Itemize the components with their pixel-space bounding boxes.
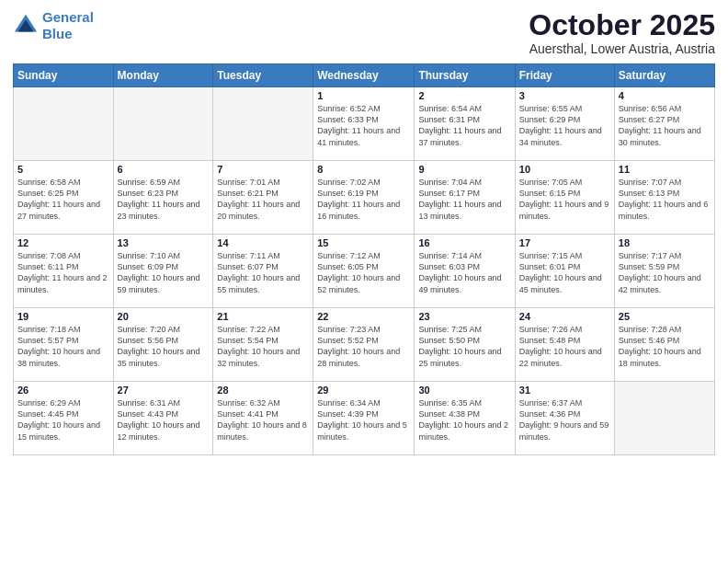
day-number: 17 — [519, 237, 610, 248]
day-info: Sunrise: 7:18 AM Sunset: 5:57 PM Dayligh… — [17, 324, 109, 369]
weekday-header-thursday: Thursday — [415, 64, 515, 87]
weekday-header-wednesday: Wednesday — [313, 64, 415, 87]
calendar-cell: 31Sunrise: 6:37 AM Sunset: 4:36 PM Dayli… — [515, 382, 614, 455]
day-number: 31 — [519, 385, 610, 396]
day-number: 19 — [17, 311, 109, 322]
day-info: Sunrise: 6:31 AM Sunset: 4:43 PM Dayligh… — [118, 397, 210, 442]
calendar-cell: 27Sunrise: 6:31 AM Sunset: 4:43 PM Dayli… — [113, 382, 213, 455]
day-info: Sunrise: 6:32 AM Sunset: 4:41 PM Dayligh… — [217, 397, 309, 442]
day-number: 13 — [118, 237, 210, 248]
day-number: 18 — [619, 237, 711, 248]
calendar-cell: 13Sunrise: 7:10 AM Sunset: 6:09 PM Dayli… — [113, 235, 213, 308]
day-info: Sunrise: 7:28 AM Sunset: 5:46 PM Dayligh… — [619, 324, 711, 369]
day-number: 4 — [619, 90, 711, 101]
day-number: 16 — [418, 237, 510, 248]
calendar-cell: 10Sunrise: 7:05 AM Sunset: 6:15 PM Dayli… — [515, 161, 614, 235]
day-number: 10 — [519, 164, 610, 175]
calendar-cell: 1Sunrise: 6:52 AM Sunset: 6:33 PM Daylig… — [313, 87, 415, 161]
weekday-header-saturday: Saturday — [614, 64, 714, 87]
calendar-cell — [614, 382, 714, 455]
calendar-week-3: 19Sunrise: 7:18 AM Sunset: 5:57 PM Dayli… — [14, 308, 715, 382]
day-number: 5 — [17, 164, 109, 175]
calendar-cell: 11Sunrise: 7:07 AM Sunset: 6:13 PM Dayli… — [614, 161, 714, 235]
logo-general: General — [42, 9, 94, 25]
day-number: 2 — [418, 90, 510, 101]
day-info: Sunrise: 7:22 AM Sunset: 5:54 PM Dayligh… — [217, 324, 309, 369]
day-number: 22 — [317, 311, 410, 322]
calendar-cell: 17Sunrise: 7:15 AM Sunset: 6:01 PM Dayli… — [515, 235, 614, 308]
page: General Blue October 2025 Auersthal, Low… — [0, 0, 728, 563]
calendar-cell: 28Sunrise: 6:32 AM Sunset: 4:41 PM Dayli… — [213, 382, 313, 455]
day-number: 21 — [217, 311, 309, 322]
calendar-cell: 16Sunrise: 7:14 AM Sunset: 6:03 PM Dayli… — [415, 235, 515, 308]
logo-text: General Blue — [42, 9, 94, 42]
day-number: 11 — [619, 164, 711, 175]
calendar-cell: 9Sunrise: 7:04 AM Sunset: 6:17 PM Daylig… — [415, 161, 515, 235]
day-number: 23 — [418, 311, 510, 322]
day-number: 1 — [317, 90, 410, 101]
calendar-cell — [213, 87, 313, 161]
day-info: Sunrise: 6:54 AM Sunset: 6:31 PM Dayligh… — [418, 103, 510, 148]
day-number: 28 — [217, 385, 309, 396]
calendar-week-0: 1Sunrise: 6:52 AM Sunset: 6:33 PM Daylig… — [14, 87, 715, 161]
day-info: Sunrise: 7:15 AM Sunset: 6:01 PM Dayligh… — [519, 250, 610, 295]
calendar-cell: 21Sunrise: 7:22 AM Sunset: 5:54 PM Dayli… — [213, 308, 313, 382]
day-info: Sunrise: 7:17 AM Sunset: 5:59 PM Dayligh… — [619, 250, 711, 295]
day-number: 24 — [519, 311, 610, 322]
day-info: Sunrise: 7:08 AM Sunset: 6:11 PM Dayligh… — [17, 250, 109, 295]
calendar-cell: 22Sunrise: 7:23 AM Sunset: 5:52 PM Dayli… — [313, 308, 415, 382]
calendar-cell: 24Sunrise: 7:26 AM Sunset: 5:48 PM Dayli… — [515, 308, 614, 382]
calendar-cell: 20Sunrise: 7:20 AM Sunset: 5:56 PM Dayli… — [113, 308, 213, 382]
day-number: 12 — [17, 237, 109, 248]
calendar-cell: 8Sunrise: 7:02 AM Sunset: 6:19 PM Daylig… — [313, 161, 415, 235]
day-number: 25 — [619, 311, 711, 322]
day-info: Sunrise: 7:01 AM Sunset: 6:21 PM Dayligh… — [217, 177, 309, 222]
day-number: 3 — [519, 90, 610, 101]
day-info: Sunrise: 6:35 AM Sunset: 4:38 PM Dayligh… — [418, 397, 510, 442]
day-info: Sunrise: 7:25 AM Sunset: 5:50 PM Dayligh… — [418, 324, 510, 369]
calendar-cell: 15Sunrise: 7:12 AM Sunset: 6:05 PM Dayli… — [313, 235, 415, 308]
day-info: Sunrise: 7:23 AM Sunset: 5:52 PM Dayligh… — [317, 324, 410, 369]
location-title: Auersthal, Lower Austria, Austria — [529, 41, 715, 56]
day-info: Sunrise: 7:04 AM Sunset: 6:17 PM Dayligh… — [418, 177, 510, 222]
calendar-cell: 7Sunrise: 7:01 AM Sunset: 6:21 PM Daylig… — [213, 161, 313, 235]
calendar-cell: 18Sunrise: 7:17 AM Sunset: 5:59 PM Dayli… — [614, 235, 714, 308]
calendar-week-1: 5Sunrise: 6:58 AM Sunset: 6:25 PM Daylig… — [14, 161, 715, 235]
day-info: Sunrise: 6:37 AM Sunset: 4:36 PM Dayligh… — [519, 397, 610, 442]
calendar-cell — [113, 87, 213, 161]
day-info: Sunrise: 7:10 AM Sunset: 6:09 PM Dayligh… — [118, 250, 210, 295]
day-info: Sunrise: 6:52 AM Sunset: 6:33 PM Dayligh… — [317, 103, 410, 148]
day-number: 20 — [118, 311, 210, 322]
calendar-cell: 30Sunrise: 6:35 AM Sunset: 4:38 PM Dayli… — [415, 382, 515, 455]
calendar-cell: 12Sunrise: 7:08 AM Sunset: 6:11 PM Dayli… — [14, 235, 114, 308]
calendar-header-row: SundayMondayTuesdayWednesdayThursdayFrid… — [14, 64, 715, 87]
weekday-header-monday: Monday — [113, 64, 213, 87]
day-info: Sunrise: 6:55 AM Sunset: 6:29 PM Dayligh… — [519, 103, 610, 148]
day-info: Sunrise: 6:56 AM Sunset: 6:27 PM Dayligh… — [619, 103, 711, 148]
day-number: 14 — [217, 237, 309, 248]
day-number: 9 — [418, 164, 510, 175]
day-info: Sunrise: 6:29 AM Sunset: 4:45 PM Dayligh… — [17, 397, 109, 442]
calendar-cell — [14, 87, 114, 161]
day-number: 6 — [118, 164, 210, 175]
day-info: Sunrise: 7:20 AM Sunset: 5:56 PM Dayligh… — [118, 324, 210, 369]
title-block: October 2025 Auersthal, Lower Austria, A… — [529, 9, 715, 56]
day-info: Sunrise: 7:26 AM Sunset: 5:48 PM Dayligh… — [519, 324, 610, 369]
calendar-cell: 2Sunrise: 6:54 AM Sunset: 6:31 PM Daylig… — [415, 87, 515, 161]
calendar-cell: 3Sunrise: 6:55 AM Sunset: 6:29 PM Daylig… — [515, 87, 614, 161]
logo-blue: Blue — [42, 26, 73, 41]
day-number: 15 — [317, 237, 410, 248]
header: General Blue October 2025 Auersthal, Low… — [13, 9, 715, 56]
weekday-header-friday: Friday — [515, 64, 614, 87]
day-info: Sunrise: 6:58 AM Sunset: 6:25 PM Dayligh… — [17, 177, 109, 222]
day-info: Sunrise: 6:34 AM Sunset: 4:39 PM Dayligh… — [317, 397, 410, 442]
calendar-cell: 29Sunrise: 6:34 AM Sunset: 4:39 PM Dayli… — [313, 382, 415, 455]
month-title: October 2025 — [529, 9, 715, 41]
day-number: 26 — [17, 385, 109, 396]
day-info: Sunrise: 7:05 AM Sunset: 6:15 PM Dayligh… — [519, 177, 610, 222]
day-info: Sunrise: 7:07 AM Sunset: 6:13 PM Dayligh… — [619, 177, 711, 222]
logo-icon — [13, 13, 39, 39]
calendar-cell: 26Sunrise: 6:29 AM Sunset: 4:45 PM Dayli… — [14, 382, 114, 455]
day-number: 30 — [418, 385, 510, 396]
calendar-cell: 6Sunrise: 6:59 AM Sunset: 6:23 PM Daylig… — [113, 161, 213, 235]
